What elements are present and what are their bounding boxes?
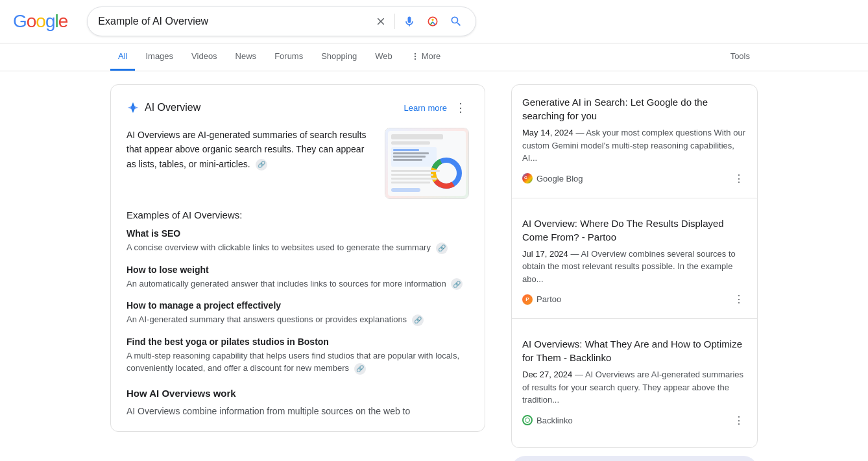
tab-all[interactable]: All [110,43,135,71]
microphone-button[interactable] [400,12,418,30]
result-date-3: Dec 27, 2024 [522,370,572,379]
overflow-menu-button[interactable]: ⋮ [452,98,469,117]
left-column: AI Overview Learn more ⋮ AI Overviews ar… [110,84,485,461]
source-icon-google: G [522,173,533,183]
ai-description: AI Overviews are AI-generated summaries … [127,128,374,199]
logo-letter-e: e [58,11,68,31]
result-title-1: Generative AI in Search: Let Google do t… [522,95,747,123]
example-item-2: How to lose weight An automatically gene… [127,265,469,290]
example-title-1: What is SEO [127,228,469,239]
ai-overview-title-area: AI Overview [127,101,200,114]
link-icon-main[interactable]: 🔗 [256,159,267,171]
card-menu-3[interactable]: ⋮ [731,412,747,429]
clear-button[interactable] [372,13,389,30]
result-dash-3: — [575,370,585,379]
svg-rect-7 [391,141,430,145]
results-cards-container: Generative AI in Search: Let Google do t… [511,84,758,448]
source-icon-backlinko [522,415,533,425]
svg-rect-17 [391,170,440,172]
example-desc-3: An AI-generated summary that answers que… [127,313,469,326]
clear-icon [375,16,387,27]
svg-rect-9 [393,149,419,151]
ai-thumbnail [385,128,469,199]
source-name-3: Backlinko [536,416,573,425]
svg-point-3 [414,55,415,56]
source-name-2: Partoo [536,294,561,304]
lens-icon [426,15,439,28]
card-menu-1[interactable]: ⋮ [731,170,747,187]
svg-point-0 [429,17,437,25]
nav-tabs: All Images Videos News Forums Shopping W… [0,43,868,71]
more-dots-icon [411,52,420,61]
thumbnail-image [385,128,468,198]
tab-images[interactable]: Images [138,43,181,71]
result-card-2: AI Overview: Where Do The Results Displa… [512,206,757,320]
result-date-2: Jul 17, 2024 [522,249,568,259]
tab-news[interactable]: News [228,43,265,71]
more-label: More [422,51,441,61]
result-snippet-3: Dec 27, 2024 — AI Overviews are AI-gener… [522,368,747,407]
show-all-button[interactable]: Show all [511,456,758,462]
tab-videos[interactable]: Videos [184,43,225,71]
ai-content-area: AI Overviews are AI-generated summaries … [127,128,469,199]
google-g-icon: G [524,174,531,182]
example-desc-text-4: A multi-step reasoning capability that h… [127,351,459,373]
link-icon-2[interactable]: 🔗 [451,278,463,290]
svg-point-1 [432,19,434,21]
work-text: AI Overviews combine information from mu… [127,404,469,418]
search-button[interactable] [447,12,465,30]
result-card-1: Generative AI in Search: Let Google do t… [512,85,757,198]
lens-button[interactable] [424,12,442,30]
example-item-4: Find the best yoga or pilates studios in… [127,337,469,375]
example-title-3: How to manage a project effectively [127,300,469,311]
result-dash-1: — [575,128,586,137]
thumbnail-svg [388,131,466,196]
link-icon-1[interactable]: 🔗 [436,242,448,254]
main-content: AI Overview Learn more ⋮ AI Overviews ar… [0,71,868,461]
svg-rect-20 [391,182,430,183]
example-desc-4: A multi-step reasoning capability that h… [127,349,469,375]
example-title-4: Find the best yoga or pilates studios in… [127,337,469,347]
tab-shopping[interactable]: Shopping [313,43,365,71]
logo-letter-o1: o [27,11,36,31]
learn-more-link[interactable]: Learn more [404,103,447,113]
header: Google [0,0,868,43]
tab-tools[interactable]: Tools [723,43,758,71]
svg-rect-12 [393,159,422,161]
example-desc-text-3: An AI-generated summary that answers que… [127,314,407,324]
google-logo: Google [13,11,67,32]
link-icon-3[interactable]: 🔗 [412,314,424,326]
search-input[interactable] [98,16,367,27]
ai-overview-header: AI Overview Learn more ⋮ [127,98,469,117]
tab-more[interactable]: More [403,43,449,71]
ai-overview-title: AI Overview [145,102,200,113]
result-title-2: AI Overview: Where Do The Results Displa… [522,217,747,244]
microphone-icon [403,15,416,28]
ai-overview-actions: Learn more ⋮ [404,98,469,117]
examples-heading: Examples of AI Overviews: [127,209,469,220]
work-heading: How AI Overviews work [127,388,469,399]
link-icon-4[interactable]: 🔗 [354,363,366,375]
tab-web[interactable]: Web [367,43,400,71]
source-info-3: Backlinko [522,415,573,425]
how-it-works-section: How AI Overviews work AI Overviews combi… [127,388,469,418]
search-bar-wrapper [87,6,476,36]
result-dash-2: — [570,249,581,259]
logo-letter-o2: o [36,11,45,31]
example-desc-2: An automatically generated answer that i… [127,278,469,290]
ai-overview-box: AI Overview Learn more ⋮ AI Overviews ar… [110,84,485,432]
result-snippet-2: Jul 17, 2024 — AI Overview combines seve… [522,248,747,286]
example-desc-1: A concise overview with clickable links … [127,241,469,254]
examples-section: Examples of AI Overviews: What is SEO A … [127,209,469,375]
example-title-2: How to lose weight [127,265,469,275]
ai-description-text: AI Overviews are AI-generated summaries … [127,130,367,169]
card-menu-2[interactable]: ⋮ [731,290,747,308]
result-title-3: AI Overviews: What They Are and How to O… [522,337,747,364]
example-desc-text-2: An automatically generated answer that i… [127,279,446,289]
svg-rect-19 [391,178,437,180]
svg-rect-10 [393,152,429,154]
svg-rect-11 [393,156,426,158]
tab-forums[interactable]: Forums [267,43,311,71]
divider [394,14,395,29]
source-info-1: G Google Blog [522,173,583,183]
